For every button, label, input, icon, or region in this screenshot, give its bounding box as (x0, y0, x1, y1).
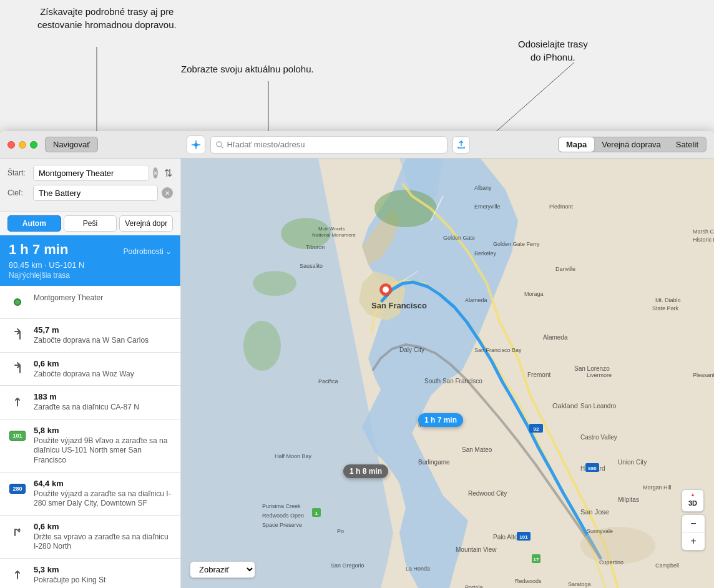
svg-text:92: 92 (534, 426, 539, 432)
route-details-link[interactable]: Podrobnosti ⌄ (124, 247, 172, 256)
minimize-button[interactable] (19, 141, 26, 149)
search-input[interactable] (227, 140, 442, 149)
svg-point-8 (217, 142, 222, 147)
tab-transit[interactable]: Verejná dopr (119, 215, 173, 232)
sidebar: Štart: ✕ ⇅ Cieľ: ✕ Autom Peši Verejná do… (0, 159, 181, 588)
svg-text:Pleasanton: Pleasanton (693, 372, 714, 378)
compass-arrow: ▲ (690, 492, 695, 497)
svg-text:National Monument: National Monument (312, 232, 356, 238)
svg-text:Redwood City: Redwood City (468, 490, 507, 497)
zoom-controls: − + (682, 514, 705, 551)
direction-desc-4: Použite výjazd 9B vľavo a zaraďte sa na … (34, 436, 173, 466)
svg-text:San Francisco: San Francisco (371, 301, 427, 310)
direction-item-7: 5,3 km Pokračujte po King St (0, 559, 180, 588)
direction-distance-3: 183 m (34, 392, 173, 401)
end-row: Cieľ: ✕ (7, 185, 173, 201)
direction-distance-5: 64,4 km (34, 479, 173, 488)
route-summary[interactable]: 1 h 7 min Podrobnosti ⌄ 80,45 km · US-10… (0, 235, 180, 286)
search-bar[interactable] (210, 136, 447, 154)
zoom-out-button[interactable]: − (682, 515, 705, 532)
direction-item-start: Montgomery Theater (0, 286, 180, 319)
turn-right-icon-2 (7, 359, 27, 379)
direction-text-2: 0,6 km Zabočte doprava na Woz Way (34, 359, 173, 380)
navigate-button[interactable]: Navigovať (45, 137, 98, 152)
end-input[interactable] (33, 185, 158, 201)
svg-text:Golden Gate Ferry: Golden Gate Ferry (493, 241, 540, 247)
map-type-transit[interactable]: Verejná doprava (594, 137, 668, 152)
view-select[interactable]: Zobraziť (190, 561, 255, 578)
start-input[interactable] (33, 165, 149, 181)
direction-distance-7: 5,3 km (34, 565, 173, 574)
svg-text:Moraga: Moraga (524, 291, 544, 297)
svg-point-13 (243, 321, 281, 371)
svg-text:Half Moon Bay: Half Moon Bay (275, 453, 312, 459)
start-row: Štart: ✕ ⇅ (7, 165, 173, 181)
svg-text:Palo Alto: Palo Alto (493, 534, 518, 541)
map-container[interactable]: San Francisco Oakland San Mateo Redwood … (181, 159, 714, 588)
svg-text:La Honda: La Honda (406, 566, 430, 572)
traffic-lights (7, 141, 37, 149)
direction-distance-2: 0,6 km (34, 359, 173, 368)
svg-text:Union City: Union City (618, 459, 647, 466)
map-controls: ▲ 3D − + (682, 489, 705, 551)
titlebar-center (98, 135, 558, 154)
swap-routes-button[interactable]: ⇅ (162, 167, 175, 179)
tab-walk[interactable]: Peši (64, 215, 117, 232)
direction-item-5: 280 64,4 km Použite výjazd a zaraďte sa … (0, 473, 180, 516)
svg-text:Sausalito: Sausalito (300, 263, 323, 269)
map-type-map[interactable]: Mapa (559, 137, 594, 152)
direction-desc-1: Zabočte doprava na W San Carlos (34, 336, 173, 346)
direction-text-1: 45,7 m Zabočte doprava na W San Carlos (34, 325, 173, 346)
direction-distance-4: 5,8 km (34, 426, 173, 435)
current-location-button[interactable] (187, 135, 205, 154)
zoom-in-button[interactable]: + (682, 532, 705, 550)
main-content: Štart: ✕ ⇅ Cieľ: ✕ Autom Peši Verejná do… (0, 159, 714, 588)
svg-text:Morgan Hill: Morgan Hill (643, 484, 672, 491)
svg-text:Space Preserve: Space Preserve (262, 522, 302, 528)
route-tag: Najrýchlejšia trasa (9, 271, 172, 280)
svg-text:Saratoga: Saratoga (568, 581, 591, 587)
svg-text:Portola: Portola (465, 584, 483, 588)
direction-item-1: 45,7 m Zabočte doprava na W San Carlos (0, 319, 180, 353)
svg-text:Marsh Creek: Marsh Creek (693, 228, 714, 235)
maps-window: Navigovať (0, 131, 714, 588)
svg-text:South San Francisco: South San Francisco (424, 378, 482, 385)
direction-text-3: 183 m Zaraďte sa na diaľnicu CA-87 N (34, 392, 173, 413)
close-button[interactable] (7, 141, 15, 149)
svg-text:Mt. Diablo: Mt. Diablo (655, 297, 681, 303)
search-icon (216, 141, 223, 149)
svg-text:Livermore: Livermore (587, 372, 612, 378)
map-type-satellite[interactable]: Satelit (668, 137, 706, 152)
direction-desc-7: Pokračujte po King St (34, 576, 173, 586)
svg-text:Alameda: Alameda (543, 334, 568, 341)
start-label: Štart: (7, 169, 29, 177)
route-time: 1 h 7 min (9, 242, 68, 258)
share-button[interactable] (452, 136, 470, 154)
svg-line-9 (221, 146, 223, 148)
callout-transit: Získavajte podrobné trasy aj pre cestova… (37, 5, 177, 31)
route-badge-main[interactable]: 1 h 7 min (418, 413, 463, 427)
shield-101-icon: 101 (7, 426, 27, 446)
clear-start-button[interactable]: ✕ (153, 167, 158, 179)
route-inputs: Štart: ✕ ⇅ Cieľ: ✕ (0, 159, 180, 212)
svg-text:San Francisco Bay: San Francisco Bay (474, 347, 522, 353)
svg-text:Redwoods: Redwoods (515, 578, 542, 584)
maximize-button[interactable] (30, 141, 37, 149)
svg-text:San Mateo: San Mateo (462, 446, 492, 453)
direction-text-4: 5,8 km Použite výjazd 9B vľavo a zaraďte… (34, 426, 173, 466)
3d-button[interactable]: ▲ 3D (682, 489, 704, 512)
svg-text:Fremont: Fremont (527, 371, 550, 378)
svg-point-26 (383, 287, 389, 293)
route-badge-alt[interactable]: 1 h 8 min (343, 464, 388, 478)
3d-label: 3D (688, 499, 697, 507)
svg-text:State Park: State Park (652, 305, 679, 311)
tab-car[interactable]: Autom (7, 215, 61, 232)
svg-text:17: 17 (534, 557, 539, 562)
direction-item-2: 0,6 km Zabočte doprava na Woz Way (0, 353, 180, 386)
svg-text:Burlingame: Burlingame (418, 459, 450, 466)
svg-text:Campbell: Campbell (655, 562, 679, 569)
direction-text-5: 64,4 km Použite výjazd a zaraďte sa na d… (34, 479, 173, 509)
svg-text:Po: Po (337, 528, 344, 534)
clear-end-button[interactable]: ✕ (162, 187, 173, 198)
svg-text:Piedmont: Piedmont (549, 203, 574, 210)
